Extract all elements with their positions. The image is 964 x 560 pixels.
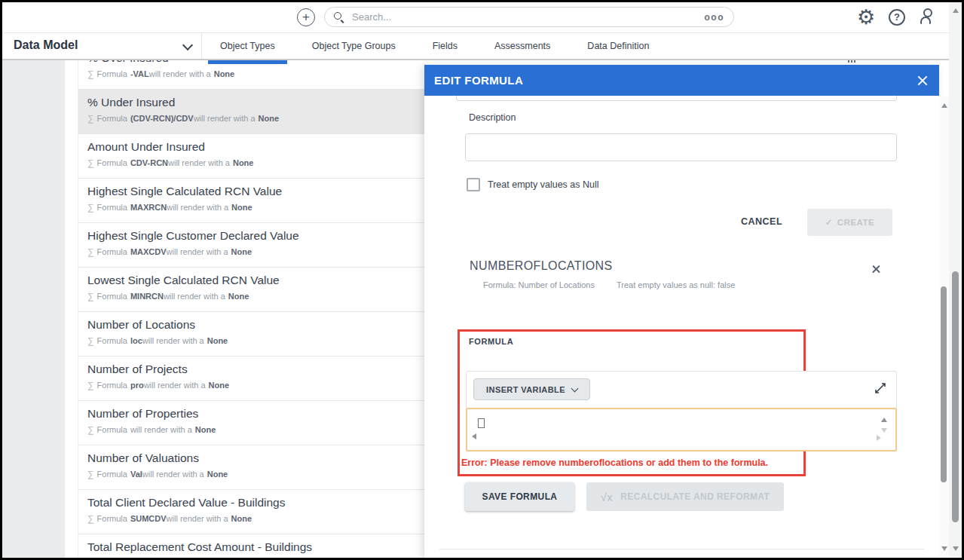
field-formula-summary: ∑ Formula CDV-RCN will render with a Non… [87, 158, 424, 168]
nav-bar: Data Model Object Types Object Type Grou… [2, 33, 962, 60]
variable-name: NUMBEROFLOCATIONS [470, 259, 613, 273]
sigma-icon: ∑ [87, 513, 94, 524]
field-title: Total Replacement Cost Amount - Building… [87, 540, 424, 554]
list-item[interactable]: Number of Valuations ∑ Formula Val will … [78, 445, 424, 490]
tab-label: Data Definition [587, 41, 649, 51]
list-item[interactable]: Number of Properties ∑ Formula will rend… [78, 401, 424, 445]
field-formula-summary: ∑ Formula Val will render with a None [87, 469, 424, 479]
sigma-icon: ∑ [87, 469, 94, 479]
insert-variable-button[interactable]: INSERT VARIABLE [473, 378, 590, 400]
list-item[interactable]: Highest Single Calculated RCN Value ∑ Fo… [78, 179, 424, 223]
tab-label: Object Type Groups [312, 41, 396, 51]
tab[interactable]: Fields [421, 33, 470, 59]
list-item[interactable]: Highest Single Customer Declared Value ∑… [78, 223, 424, 268]
scroll-down-icon[interactable] [881, 428, 887, 433]
field-title: Number of Locations [87, 318, 424, 332]
description-label: Description [469, 112, 516, 123]
search-icon [334, 12, 344, 23]
variable-formula-meta: Formula: Number of Locations [483, 280, 595, 289]
nav-divider [201, 33, 202, 59]
list-item[interactable]: Total Client Declared Value - Buildings … [78, 490, 424, 534]
profile-icon[interactable] [919, 8, 935, 25]
description-input[interactable] [465, 133, 897, 161]
field-formula-summary: ∑ Formula loc will render with a None [87, 335, 424, 346]
list-item[interactable]: Number of Projects ∑ Formula pro will re… [78, 357, 424, 401]
field-formula-summary: ∑ Formula SUMCDV will render with a None [87, 513, 424, 524]
tab[interactable]: Assessments [482, 33, 562, 59]
field-title: Amount Under Insured [87, 140, 424, 154]
app-menu-dropdown[interactable]: Data Model [14, 38, 78, 52]
field-title: Number of Valuations [87, 451, 424, 465]
field-title: % Under Insured [87, 96, 424, 109]
search-input[interactable] [350, 11, 705, 23]
modal-scroll-down-icon[interactable] [941, 546, 947, 551]
scroll-up-icon[interactable] [881, 418, 887, 422]
create-button[interactable]: ✓ CREATE [807, 209, 892, 236]
formula-field-list: % Over Insured ∑ Formula -VAL will rende… [78, 33, 424, 558]
chevron-down-icon [571, 384, 578, 392]
formula-error-message: Error: Please remove numberoflocations o… [461, 457, 768, 468]
modal-header: EDIT FORMULA [424, 65, 939, 96]
sigma-icon: ∑ [87, 69, 94, 79]
page-scroll-down-icon[interactable] [953, 546, 959, 551]
tab-bar: Object Types Object Type Groups Fields A… [208, 33, 661, 59]
list-item[interactable]: Amount Under Insured ∑ Formula CDV-RCN w… [78, 134, 424, 179]
formula-textarea[interactable] [466, 408, 897, 451]
tab[interactable]: Data Definition [575, 33, 661, 59]
variable-null-meta: Treat empty values as null: false [617, 280, 735, 289]
help-icon[interactable]: ? [889, 9, 905, 26]
modal-title: EDIT FORMULA [434, 74, 523, 87]
gear-icon[interactable]: ⚙ [857, 5, 875, 29]
field-title: Highest Single Calculated RCN Value [87, 185, 424, 198]
list-item[interactable]: Number of Locations ∑ Formula loc will r… [78, 312, 424, 357]
sqrt-icon: √x [601, 491, 614, 503]
cursor-placeholder-glyph [478, 418, 485, 428]
field-formula-summary: ∑ Formula MAXCDV will render with a None [87, 246, 424, 257]
save-formula-button[interactable]: SAVE FORMULA [465, 482, 574, 511]
field-formula-summary: ∑ Formula MINRCN will render with a None [87, 291, 424, 301]
left-sidebar-strip [2, 60, 65, 558]
sigma-icon: ∑ [87, 202, 94, 213]
modal-footer-divider [439, 549, 924, 549]
top-bar: + ooo ⚙ ? [2, 2, 962, 33]
page-scroll-up-icon[interactable] [953, 8, 959, 13]
field-formula-summary: ∑ Formula will render with a None [87, 424, 424, 435]
sigma-icon: ∑ [87, 291, 94, 301]
list-item[interactable]: Total Replacement Cost Amount - Building… [78, 534, 424, 558]
sigma-icon: ∑ [87, 424, 94, 435]
field-formula-summary: ∑ Formula (CDV-RCN)/CDV will render with… [87, 113, 424, 124]
scroll-right-icon[interactable] [877, 435, 881, 441]
add-icon[interactable]: + [297, 8, 315, 26]
sigma-icon: ∑ [87, 246, 94, 257]
treat-null-checkbox[interactable] [467, 178, 480, 191]
formula-section-label: FORMULA [469, 337, 513, 346]
remove-variable-icon[interactable] [871, 264, 881, 274]
tab-label: Fields [433, 41, 458, 51]
tab[interactable]: Object Types [208, 33, 287, 59]
scroll-left-icon[interactable] [472, 433, 476, 439]
field-title: Number of Properties [87, 407, 424, 421]
modal-scrollbar-thumb[interactable] [941, 286, 947, 482]
field-title: Number of Projects [87, 363, 424, 376]
sigma-icon: ∑ [87, 113, 94, 124]
recalculate-button[interactable]: √x RECALCULATE AND REFORMAT [586, 482, 784, 511]
cancel-button[interactable]: CANCEL [741, 216, 782, 227]
check-icon: ✓ [825, 217, 833, 228]
field-formula-summary: ∑ Formula MAXRCN will render with a None [87, 202, 424, 213]
close-icon[interactable] [917, 75, 929, 87]
sigma-icon: ∑ [87, 380, 94, 390]
field-title: Total Client Declared Value - Buildings [87, 496, 424, 510]
list-item[interactable]: % Under Insured ∑ Formula (CDV-RCN)/CDV … [78, 90, 424, 134]
page-scrollbar-thumb[interactable] [952, 271, 959, 522]
app-window: + ooo ⚙ ? Data Model Object Types [0, 0, 964, 560]
field-formula-summary: ∑ Formula -VAL will render with a None [87, 69, 424, 79]
edit-formula-modal: EDIT FORMULA Description Treat empty val… [424, 65, 939, 558]
search-bar[interactable]: ooo [324, 7, 734, 27]
clipped-input-fragment [456, 96, 897, 101]
modal-scroll-up-icon[interactable] [941, 103, 947, 108]
field-title: Lowest Single Calculated RCN Value [87, 274, 424, 287]
list-item[interactable]: Lowest Single Calculated RCN Value ∑ For… [78, 268, 424, 312]
search-options-icon[interactable]: ooo [705, 12, 725, 23]
expand-icon[interactable] [874, 382, 886, 394]
tab[interactable]: Object Type Groups [300, 33, 408, 59]
